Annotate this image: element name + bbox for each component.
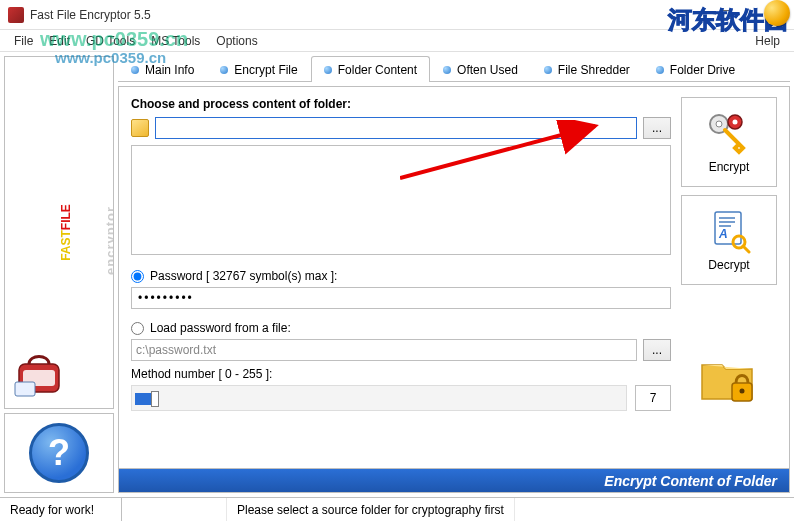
tab-file-shredder[interactable]: File Shredder	[531, 56, 643, 82]
browse-folder-button[interactable]: ...	[643, 117, 671, 139]
method-slider[interactable]	[131, 385, 627, 411]
svg-point-4	[716, 121, 722, 127]
decrypt-button[interactable]: A Decrypt	[681, 195, 777, 285]
folder-icon	[131, 119, 149, 137]
dot-icon	[220, 66, 228, 74]
svg-rect-2	[15, 382, 35, 396]
action-title-bar: Encrypt Content of Folder	[118, 469, 790, 493]
password-file-radio-row[interactable]: Load password from a file:	[131, 321, 671, 335]
section-heading: Choose and process content of folder:	[131, 97, 671, 111]
menu-gd-tools[interactable]: GD Tools	[78, 32, 143, 50]
tab-folder-drive[interactable]: Folder Drive	[643, 56, 748, 82]
method-label: Method number [ 0 - 255 ]:	[131, 367, 671, 381]
app-icon	[8, 7, 24, 23]
method-value: 7	[635, 385, 671, 411]
tab-main-info[interactable]: Main Info	[118, 56, 207, 82]
status-ready: Ready for work!	[0, 498, 122, 521]
folder-content-list[interactable]	[131, 145, 671, 255]
svg-point-11	[740, 388, 745, 393]
folder-path-input[interactable]	[155, 117, 637, 139]
tab-bar: Main Info Encrypt File Folder Content Of…	[118, 56, 790, 82]
maximize-button[interactable]: ☐	[704, 0, 749, 30]
keys-icon	[705, 110, 753, 156]
menu-options[interactable]: Options	[208, 32, 265, 50]
dot-icon	[131, 66, 139, 74]
svg-point-6	[733, 120, 738, 125]
menu-file[interactable]: File	[6, 32, 41, 50]
dot-icon	[656, 66, 664, 74]
app-logo: encryptor FASTFILE	[4, 56, 114, 409]
svg-text:A: A	[718, 227, 728, 241]
dot-icon	[443, 66, 451, 74]
tab-often-used[interactable]: Often Used	[430, 56, 531, 82]
close-button[interactable]: ✕	[749, 0, 794, 30]
window-title: Fast File Encryptor 5.5	[30, 8, 659, 22]
dot-icon	[324, 66, 332, 74]
password-file-radio[interactable]	[131, 322, 144, 335]
status-spacer	[122, 498, 227, 521]
minimize-button[interactable]: ─	[659, 0, 704, 30]
tab-encrypt-file[interactable]: Encrypt File	[207, 56, 310, 82]
password-radio-row[interactable]: Password [ 32767 symbol(s) max ]:	[131, 269, 671, 283]
password-input[interactable]	[131, 287, 671, 309]
browse-password-file-button[interactable]: ...	[643, 339, 671, 361]
menu-help[interactable]: Help	[747, 32, 788, 50]
status-hint: Please select a source folder for crypto…	[227, 498, 515, 521]
dot-icon	[544, 66, 552, 74]
help-icon: ?	[29, 423, 89, 483]
encrypt-button[interactable]: Encrypt	[681, 97, 777, 187]
tab-folder-content[interactable]: Folder Content	[311, 56, 430, 82]
menu-edit[interactable]: Edit	[41, 32, 78, 50]
document-key-icon: A	[705, 208, 753, 254]
menu-ms-tools[interactable]: MS Tools	[143, 32, 208, 50]
locked-folder-icon	[681, 293, 777, 458]
help-button[interactable]: ?	[4, 413, 114, 493]
password-file-input[interactable]	[131, 339, 637, 361]
password-radio[interactable]	[131, 270, 144, 283]
